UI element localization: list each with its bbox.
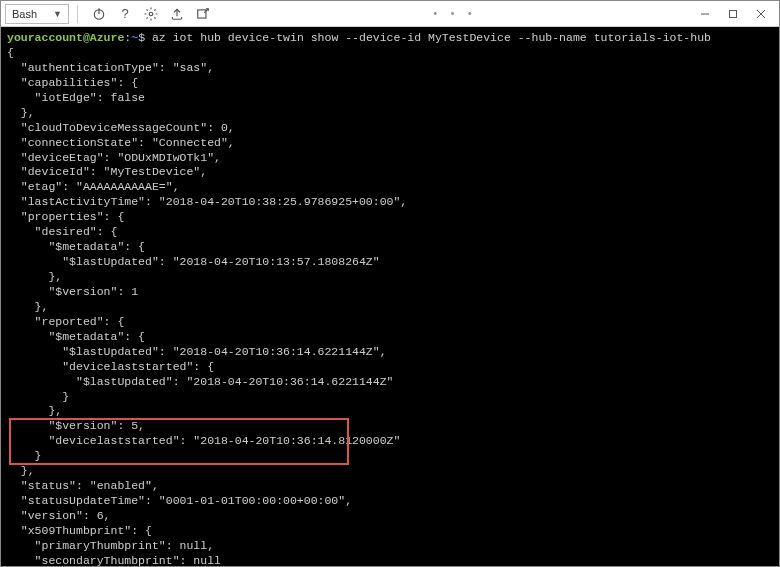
svg-rect-4 (198, 9, 206, 17)
command-line: youraccount@Azure:~$ az iot hub device-t… (7, 31, 773, 46)
minimize-button[interactable] (691, 4, 719, 24)
output-line: "deviceId": "MyTestDevice", (7, 165, 773, 180)
output-line: } (7, 449, 773, 464)
command-text: az iot hub device-twin show --device-id … (152, 31, 711, 44)
output-line: "connectionState": "Connected", (7, 136, 773, 151)
output-line: } (7, 390, 773, 405)
output-line: }, (7, 106, 773, 121)
output-line: "$metadata": { (7, 330, 773, 345)
titlebar: Bash ▼ ? • • • (1, 1, 779, 27)
output-line: }, (7, 300, 773, 315)
output-line: "$version": 5, (7, 419, 773, 434)
output-line: "lastActivityTime": "2018-04-20T10:38:25… (7, 195, 773, 210)
svg-rect-7 (730, 10, 737, 17)
output-line: "x509Thumbprint": { (7, 524, 773, 539)
output-line: "properties": { (7, 210, 773, 225)
output-line: "desired": { (7, 225, 773, 240)
terminal-output[interactable]: youraccount@Azure:~$ az iot hub device-t… (1, 27, 779, 566)
output-line: "primaryThumbprint": null, (7, 539, 773, 554)
separator (77, 5, 78, 23)
output-line: }, (7, 270, 773, 285)
maximize-button[interactable] (719, 4, 747, 24)
output-line: "etag": "AAAAAAAAAAE=", (7, 180, 773, 195)
output-line: "deviceEtag": "ODUxMDIwOTk1", (7, 151, 773, 166)
shell-label: Bash (12, 8, 37, 20)
titlebar-drag-area[interactable]: • • • (216, 8, 691, 20)
output-line: "$lastUpdated": "2018-04-20T10:36:14.622… (7, 345, 773, 360)
output-line: "devicelaststarted": { (7, 360, 773, 375)
terminal-area[interactable]: youraccount@Azure:~$ az iot hub device-t… (1, 27, 779, 566)
output-line: "authenticationType": "sas", (7, 61, 773, 76)
restart-icon[interactable] (91, 6, 107, 22)
output-line: "$lastUpdated": "2018-04-20T10:13:57.180… (7, 255, 773, 270)
output-line: "devicelaststarted": "2018-04-20T10:36:1… (7, 434, 773, 449)
close-button[interactable] (747, 4, 775, 24)
output-line: "$lastUpdated": "2018-04-20T10:36:14.622… (7, 375, 773, 390)
chevron-down-icon: ▼ (53, 9, 62, 19)
output-line: { (7, 46, 773, 61)
output-line: "statusUpdateTime": "0001-01-01T00:00:00… (7, 494, 773, 509)
output-line: "version": 6, (7, 509, 773, 524)
output-line: "iotEdge": false (7, 91, 773, 106)
output-line: "reported": { (7, 315, 773, 330)
output-line: }, (7, 464, 773, 479)
svg-point-2 (149, 12, 153, 16)
shell-selector[interactable]: Bash ▼ (5, 4, 69, 24)
output-line: "status": "enabled", (7, 479, 773, 494)
output-line: }, (7, 404, 773, 419)
window-controls (691, 4, 775, 24)
output-line: "cloudToDeviceMessageCount": 0, (7, 121, 773, 136)
output-line: "$metadata": { (7, 240, 773, 255)
output-line: "capabilities": { (7, 76, 773, 91)
terminal-window: Bash ▼ ? • • • (0, 0, 780, 567)
output-line: "$version": 1 (7, 285, 773, 300)
settings-icon[interactable] (143, 6, 159, 22)
new-session-icon[interactable] (195, 6, 211, 22)
upload-icon[interactable] (169, 6, 185, 22)
help-icon[interactable]: ? (117, 6, 133, 22)
output-line: "secondaryThumbprint": null (7, 554, 773, 566)
